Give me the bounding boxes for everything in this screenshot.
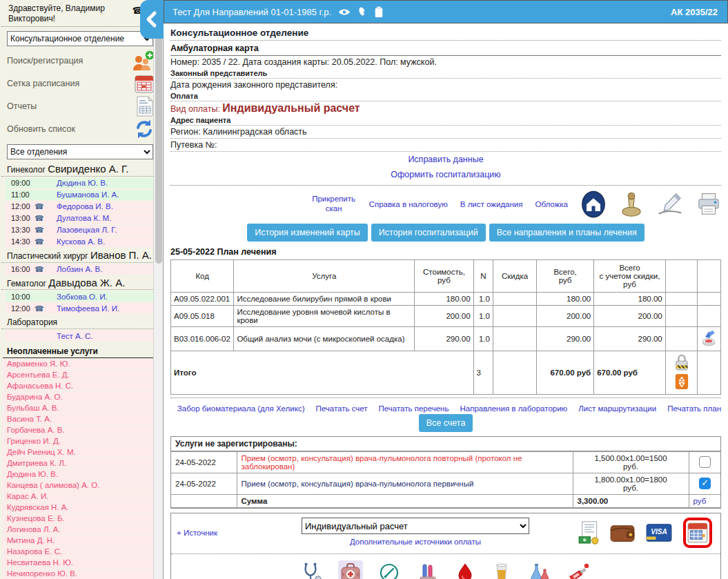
unpaid-patient-link[interactable]: Кузнецова Е. Б. [3, 513, 160, 524]
plan-action-link[interactable]: Забор биоматериала (для Хеликс) [177, 404, 305, 413]
seal-icon[interactable] [619, 191, 644, 217]
patient-link[interactable]: Лобзин А. В. [57, 265, 102, 273]
schedule-slot[interactable]: 09:00 Дюдина Ю. В. [6, 178, 159, 188]
sidebar-item-reports[interactable]: Отчеты [0, 95, 163, 117]
syringe-icon[interactable] [566, 560, 592, 579]
home-icon[interactable] [580, 190, 607, 218]
schedule-slot[interactable]: 12:00 Федорова И. В. [6, 202, 159, 212]
signature-icon[interactable] [656, 191, 684, 217]
collapse-sidebar-button[interactable] [140, 0, 164, 39]
phone-icon[interactable] [357, 6, 368, 17]
unpaid-patient-link[interactable]: Канцева ( алимова) А. О. [3, 480, 160, 491]
doctor-header[interactable]: Гематолог Давыдова Ж. А. [1, 276, 161, 291]
patient-link[interactable]: Бушманова И. А. [57, 190, 119, 199]
cover-link[interactable]: Обложка [535, 200, 569, 208]
doctor-header[interactable]: Пластический хирург Иванов П. А. [1, 248, 161, 263]
unpaid-patient-link[interactable]: Карас А. И. [3, 491, 160, 502]
lab-flasks-icon[interactable] [527, 560, 552, 579]
doctor-header[interactable]: Лаборатория [1, 315, 161, 329]
plan-action-link[interactable]: Печатать счет [315, 404, 367, 413]
filter-select[interactable]: Все отделения [7, 144, 153, 159]
trash-icon[interactable] [674, 373, 689, 391]
sidebar-item-refresh-list[interactable]: Обновить список [0, 117, 163, 140]
waiting-list-link[interactable]: В лист ожидания [460, 200, 523, 208]
service-checkbox[interactable] [699, 456, 711, 468]
eye-icon[interactable] [337, 7, 351, 17]
schedule-slot[interactable]: 11:00 Бушманова И. А. [6, 190, 159, 200]
schedule-slot[interactable]: 13:30 Лазовецкая Л. Г. [6, 225, 159, 235]
patient-header-bar: Тест Для Направлений 01-01-1985 г.р. АК … [164, 0, 728, 23]
schedule-slot[interactable]: 12:00 Тимофеева И. И. [6, 303, 159, 313]
unpaid-patient-link[interactable]: Нечипоренко Ю. В. [3, 569, 160, 579]
unpaid-patient-link[interactable]: Афанасьева Н. С. [3, 381, 160, 391]
scrollbar-thumb[interactable] [155, 36, 162, 264]
unpaid-patient-link[interactable]: Дейч Риениц Х. М. [3, 447, 160, 458]
sidebar-scrollbar[interactable] [153, 0, 163, 579]
clipboard-icon[interactable] [374, 6, 384, 18]
lock-icon[interactable] [674, 353, 689, 371]
schedule-slot[interactable]: 13:00 Дулатова К. М. [6, 213, 159, 224]
patient-link[interactable]: Федорова И. В. [57, 202, 113, 210]
service-checkbox[interactable] [699, 478, 711, 489]
receipt-icon[interactable] [578, 520, 599, 545]
payment-type-select[interactable]: Индивидуальный расчет [302, 518, 529, 534]
unpaid-patient-link[interactable]: Назарова Е. С. [3, 547, 160, 557]
extra-payment-sources-link[interactable]: Дополнительные источники оплаты [350, 538, 481, 546]
schedule-slot[interactable]: Тест А. С. [6, 331, 159, 341]
unpaid-patient-link[interactable]: Гриценко И. Д. [3, 436, 160, 446]
patient-link[interactable]: Зобкова О. И. [57, 293, 108, 301]
unpaid-patient-link[interactable]: Бульбаш А. В. [3, 403, 160, 413]
all-bills-button[interactable]: Все счета [419, 414, 473, 432]
plan-action-link[interactable]: Печатать перечень [379, 404, 449, 413]
thermometer-icon[interactable] [377, 560, 402, 579]
card-action-button[interactable]: История госпитализаций [371, 224, 486, 242]
schedule-slot[interactable]: 16:00 Лобзин А. В. [6, 264, 159, 275]
test-tubes-icon[interactable] [415, 560, 440, 579]
schedule-slot[interactable]: 14:30 Кускова А. В. [6, 237, 159, 247]
unpaid-patient-link[interactable]: Кудрявская Н. А. [3, 502, 160, 513]
currency-link[interactable]: руб [693, 497, 707, 505]
unpaid-patient-link[interactable]: Митина Д. Н. [3, 536, 160, 546]
patient-link[interactable]: Дюдина Ю. В. [57, 179, 108, 187]
hospitalization-link[interactable]: Оформить госпитализацию [391, 170, 500, 179]
unpaid-patient-link[interactable]: Бударина А. О. [3, 392, 160, 402]
patient-link[interactable]: Кускова А. В. [57, 237, 105, 246]
department-select[interactable]: Консультационное отделение [7, 31, 153, 46]
calendar-icon[interactable] [687, 521, 709, 544]
schedule-list: Гинеколог Свириденко А. Г. 09:00 Дюдина … [0, 162, 163, 341]
unpaid-patient-link[interactable]: Горбачева А. В. [3, 425, 160, 435]
unpaid-patient-link[interactable]: Васина Т. А. [3, 414, 160, 424]
total-sum: 670.00 руб [536, 351, 593, 395]
patient-link[interactable]: Тимофеева И. И. [57, 304, 119, 313]
visa-card-icon[interactable]: VISA [646, 523, 672, 542]
card-action-button[interactable]: Все направления и планы лечения [489, 224, 645, 242]
doctor-header[interactable]: Гинеколог Свириденко А. Г. [1, 162, 161, 177]
unpaid-patient-link[interactable]: Арсентьева Е. Д. [3, 370, 160, 380]
tax-certificate-link[interactable]: Справка в налоговую [369, 200, 448, 208]
plan-action-link[interactable]: Направления в лабораторию [460, 404, 567, 413]
attach-scan-link[interactable]: Прикрепить скан [311, 195, 357, 214]
urine-sample-icon[interactable] [490, 560, 513, 579]
add-source-link[interactable]: + Источник [177, 529, 253, 537]
patient-link[interactable]: Дулатова К. М. [57, 214, 111, 222]
unpaid-patient-link[interactable]: Логинова Л. А. [3, 524, 160, 535]
patient-link[interactable]: Лазовецкая Л. Г. [57, 226, 117, 234]
container-icon[interactable] [700, 329, 718, 347]
patient-link[interactable]: Тест А. С. [57, 332, 93, 340]
edit-data-link[interactable]: Исправить данные [408, 155, 483, 164]
first-aid-kit-icon[interactable] [338, 560, 363, 579]
printer-icon[interactable] [696, 191, 721, 217]
card-action-button[interactable]: История изменений карты [247, 224, 367, 242]
blood-drop-icon[interactable] [454, 560, 476, 579]
plan-action-link[interactable]: Печатать план [667, 404, 721, 413]
unpaid-patient-link[interactable]: Авраменко Я. Ю. [3, 359, 160, 369]
schedule-slot[interactable]: 10:00 Зобкова О. И. [6, 291, 159, 302]
unpaid-patient-link[interactable]: Дюдина Ю. В. [3, 469, 160, 480]
stethoscope-icon[interactable] [299, 560, 324, 579]
unpaid-patient-link[interactable]: Несвитаева Н. Ю. [3, 558, 160, 568]
wallet-icon[interactable] [610, 522, 635, 544]
sidebar-item-search-registration[interactable]: Поиск/регистрация [0, 49, 163, 72]
sidebar-item-schedule-grid[interactable]: Сетка расписания [0, 72, 163, 95]
plan-action-link[interactable]: Лист маршрутизации [578, 404, 656, 413]
unpaid-patient-link[interactable]: Дмитриева К. Л. [3, 458, 160, 469]
